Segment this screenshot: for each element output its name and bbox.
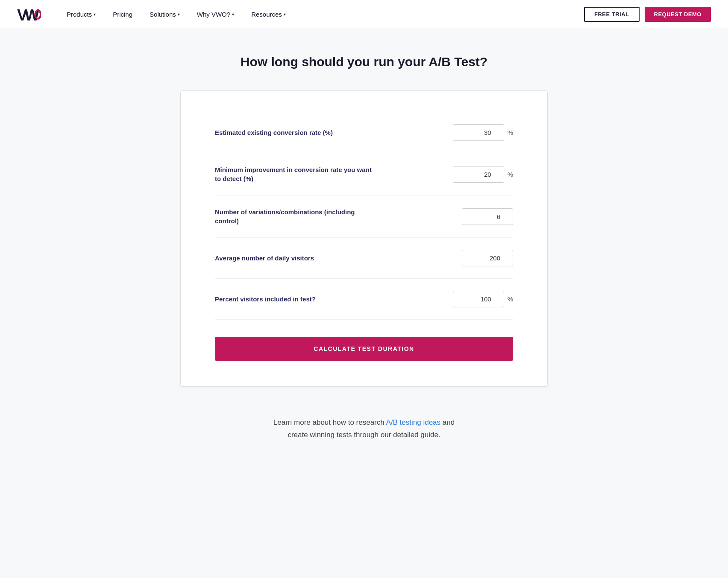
request-demo-button[interactable]: REQUEST DEMO (645, 7, 711, 22)
main-content: How long should you run your A/B Test? E… (172, 29, 556, 476)
num-variations-input-group (462, 208, 513, 225)
num-variations-input[interactable] (462, 208, 513, 225)
min-improvement-input-group: % (453, 166, 513, 183)
page-title: How long should you run your A/B Test? (180, 55, 548, 69)
chevron-down-icon: ▾ (284, 12, 286, 17)
conversion-rate-unit: % (508, 129, 513, 136)
free-trial-button[interactable]: FREE TRIAL (584, 7, 640, 22)
percent-visitors-unit: % (508, 295, 513, 303)
percent-visitors-input-group: % (453, 291, 513, 307)
nav-solutions[interactable]: Solutions ▾ (141, 0, 188, 29)
chevron-down-icon: ▾ (178, 12, 180, 17)
chevron-down-icon: ▾ (94, 12, 96, 17)
form-row-min-improvement: Minimum improvement in conversion rate y… (215, 153, 513, 196)
min-improvement-unit: % (508, 171, 513, 178)
nav-resources[interactable]: Resources ▾ (243, 0, 294, 29)
footer-text: Learn more about how to research A/B tes… (180, 417, 548, 441)
daily-visitors-label: Average number of daily visitors (215, 254, 314, 263)
nav-links: Products ▾ Pricing Solutions ▾ Why VWO? … (58, 0, 584, 29)
nav-actions: FREE TRIAL REQUEST DEMO (584, 7, 711, 22)
nav-pricing[interactable]: Pricing (104, 0, 141, 29)
num-variations-label: Number of variations/combinations (inclu… (215, 207, 377, 225)
svg-text:W: W (25, 6, 39, 23)
footer-text-line2: create winning tests through our detaile… (288, 431, 440, 439)
daily-visitors-input[interactable] (462, 250, 513, 266)
percent-visitors-input[interactable] (453, 291, 504, 307)
form-row-percent-visitors: Percent visitors included in test? % (215, 279, 513, 320)
min-improvement-input[interactable] (453, 166, 504, 183)
main-nav: V W Products ▾ Pricing Solutions ▾ Why V… (0, 0, 728, 29)
footer-text-after-link: and (440, 418, 455, 426)
form-row-conversion-rate: Estimated existing conversion rate (%) % (215, 112, 513, 153)
conversion-rate-label: Estimated existing conversion rate (%) (215, 128, 333, 137)
nav-products[interactable]: Products ▾ (58, 0, 104, 29)
min-improvement-label: Minimum improvement in conversion rate y… (215, 165, 377, 183)
chevron-down-icon: ▾ (232, 12, 234, 17)
calculator-card: Estimated existing conversion rate (%) %… (180, 90, 548, 387)
logo[interactable]: V W (17, 6, 41, 23)
calculate-button[interactable]: CALCULATE TEST DURATION (215, 337, 513, 361)
footer-text-before-link: Learn more about how to research (273, 418, 386, 426)
form-row-num-variations: Number of variations/combinations (inclu… (215, 196, 513, 238)
percent-visitors-label: Percent visitors included in test? (215, 295, 316, 304)
form-row-daily-visitors: Average number of daily visitors (215, 238, 513, 279)
conversion-rate-input-group: % (453, 124, 513, 141)
nav-why-vwo[interactable]: Why VWO? ▾ (188, 0, 243, 29)
calculate-btn-wrapper: CALCULATE TEST DURATION (215, 337, 513, 361)
footer-ab-testing-link[interactable]: A/B testing ideas (386, 418, 441, 426)
daily-visitors-input-group (462, 250, 513, 266)
conversion-rate-input[interactable] (453, 124, 504, 141)
